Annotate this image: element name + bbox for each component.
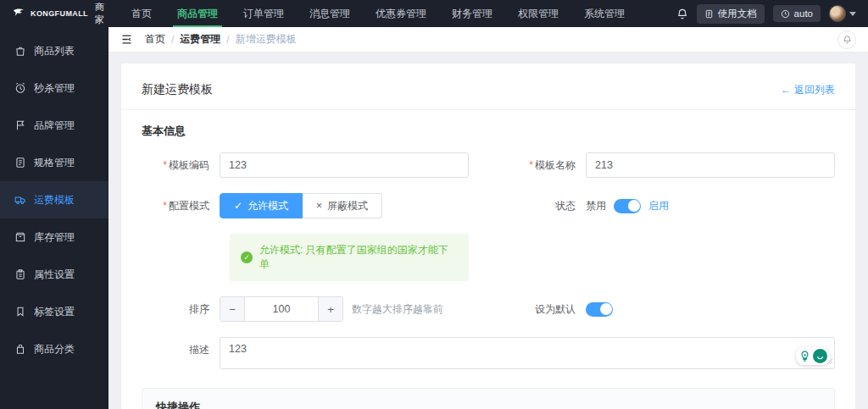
brand-name: KONGFUMALL bbox=[31, 9, 88, 18]
template-name-label: *模板名称 bbox=[508, 158, 586, 173]
bell-icon[interactable] bbox=[676, 8, 688, 19]
brand-icon bbox=[12, 7, 25, 20]
field-template-code: *模板编码 bbox=[142, 152, 469, 178]
bookmark-icon bbox=[14, 306, 26, 318]
sidebar-item-label: 标签设置 bbox=[34, 305, 75, 319]
status-off-label: 禁用 bbox=[586, 199, 606, 213]
menu-fold-icon[interactable] bbox=[120, 33, 133, 46]
template-code-input[interactable] bbox=[220, 152, 469, 178]
field-status: 状态 禁用 启用 bbox=[508, 193, 835, 218]
status-toggle[interactable] bbox=[614, 199, 641, 213]
field-config-mode: *配置模式 ✓ 允许模式 × 屏蔽模式 bbox=[142, 193, 469, 218]
topnav-item-coupons[interactable]: 优惠券管理 bbox=[363, 0, 439, 27]
assistant-icon[interactable] bbox=[813, 349, 827, 363]
sidebar-item-label: 库存管理 bbox=[34, 230, 75, 245]
sidebar-item-label: 品牌管理 bbox=[34, 119, 75, 133]
clipboard-icon bbox=[14, 268, 26, 280]
increment-button[interactable]: + bbox=[319, 297, 342, 321]
topnav-item-finance[interactable]: 财务管理 bbox=[439, 0, 505, 27]
success-check-icon: ✓ bbox=[241, 251, 253, 263]
alarm-clock-icon bbox=[14, 82, 26, 94]
breadcrumb-home[interactable]: 首页 bbox=[145, 32, 165, 47]
document-icon bbox=[14, 157, 26, 169]
field-template-name: *模板名称 bbox=[508, 152, 835, 178]
lightbulb-icon[interactable] bbox=[798, 350, 811, 362]
handbag-icon bbox=[14, 343, 26, 355]
auto-timer-button[interactable]: auto bbox=[773, 5, 821, 22]
topnav-item-permissions[interactable]: 权限管理 bbox=[505, 0, 571, 27]
topnav-item-products[interactable]: 商品管理 bbox=[164, 0, 231, 27]
sidebar-item-inventory[interactable]: 库存管理 bbox=[0, 218, 108, 256]
breadcrumb-bar: 首页 / 运费管理 / 新增运费模板 bbox=[108, 27, 868, 53]
check-icon: ✓ bbox=[234, 200, 242, 212]
top-bar: KONGFUMALL 商家 首页 商品管理 订单管理 消息管理 优惠券管理 财务… bbox=[0, 0, 868, 27]
brand-suffix: 商家 bbox=[95, 1, 108, 26]
status-on-label: 启用 bbox=[648, 199, 669, 213]
breadcrumb-separator: / bbox=[226, 34, 229, 46]
resize-handle[interactable] bbox=[826, 356, 833, 368]
sort-stepper: − 100 + bbox=[220, 296, 343, 322]
sidebar: 商品列表 秒杀管理 品牌管理 规格管理 运费模板 库存管理 属性设置 标签设置 … bbox=[0, 27, 108, 409]
notification-bell-button[interactable] bbox=[837, 30, 856, 49]
page-title: 新建运费模板 bbox=[142, 82, 213, 97]
avatar bbox=[829, 5, 846, 22]
divider bbox=[121, 109, 855, 110]
description-textarea[interactable]: 123 bbox=[220, 337, 835, 369]
sidebar-item-attributes[interactable]: 属性设置 bbox=[0, 256, 108, 293]
cross-icon: × bbox=[316, 200, 322, 212]
template-code-label: *模板编码 bbox=[142, 158, 220, 173]
block-mode-label: 屏蔽模式 bbox=[327, 199, 368, 213]
basic-info-form: *模板编码 *模板名称 *配置模式 ✓ 允许模式 bbox=[142, 152, 835, 369]
sidebar-item-tags[interactable]: 标签设置 bbox=[0, 293, 108, 330]
decrement-button[interactable]: − bbox=[220, 297, 244, 321]
box-icon bbox=[14, 231, 26, 243]
topnav-item-home[interactable]: 首页 bbox=[119, 0, 164, 27]
sidebar-item-shipping-template[interactable]: 运费模板 bbox=[0, 181, 108, 218]
auto-button-label: auto bbox=[794, 8, 813, 19]
field-sort: 排序 − 100 + 数字越大排序越靠前 bbox=[142, 296, 469, 322]
topnav-item-orders[interactable]: 订单管理 bbox=[231, 0, 297, 27]
breadcrumb-shipping[interactable]: 运费管理 bbox=[180, 32, 220, 47]
top-nav: 首页 商品管理 订单管理 消息管理 优惠券管理 财务管理 权限管理 系统管理 bbox=[119, 0, 637, 27]
sidebar-item-brands[interactable]: 品牌管理 bbox=[0, 107, 108, 144]
sort-label: 排序 bbox=[142, 302, 220, 317]
field-set-default: 设为默认 bbox=[508, 296, 835, 322]
form-card: 新建运费模板 ← 返回列表 基本信息 *模板编码 *模板名称 bbox=[121, 64, 855, 409]
brand-logo-area[interactable]: KONGFUMALL 商家 bbox=[0, 0, 108, 27]
quick-actions-panel: 快捷操作 从Excel导入 下载导入模板 i 可下载模板填写数据后导入，自动解析… bbox=[142, 388, 835, 409]
allow-mode-alert: ✓ 允许模式: 只有配置了国家组的国家才能下单 bbox=[230, 234, 469, 281]
sidebar-item-label: 商品列表 bbox=[34, 44, 75, 58]
topnav-item-messages[interactable]: 消息管理 bbox=[297, 0, 363, 27]
topnav-item-system[interactable]: 系统管理 bbox=[571, 0, 637, 27]
set-default-toggle[interactable] bbox=[586, 302, 613, 317]
status-label: 状态 bbox=[508, 199, 586, 213]
back-arrow-icon: ← bbox=[781, 84, 791, 96]
breadcrumb: 首页 / 运费管理 / 新增运费模板 bbox=[145, 32, 297, 47]
breadcrumb-separator: / bbox=[171, 34, 174, 46]
bag-icon bbox=[14, 45, 26, 57]
config-mode-label: *配置模式 bbox=[142, 199, 220, 213]
config-mode-group: ✓ 允许模式 × 屏蔽模式 bbox=[220, 193, 382, 218]
quick-actions-title: 快捷操作 bbox=[156, 400, 821, 409]
flag-icon bbox=[14, 119, 26, 131]
description-label: 描述 bbox=[142, 337, 220, 357]
field-description: 描述 123 bbox=[142, 337, 835, 369]
mode-alert-cell: ✓ 允许模式: 只有配置了国家组的国家才能下单 bbox=[230, 234, 469, 281]
chevron-down-icon bbox=[849, 12, 856, 16]
sidebar-item-label: 属性设置 bbox=[34, 268, 75, 282]
user-menu[interactable] bbox=[829, 5, 856, 22]
allow-mode-button[interactable]: ✓ 允许模式 bbox=[220, 193, 303, 218]
sort-value[interactable]: 100 bbox=[244, 297, 319, 321]
block-mode-button[interactable]: × 屏蔽模式 bbox=[303, 193, 382, 218]
sidebar-item-categories[interactable]: 商品分类 bbox=[0, 330, 108, 368]
truck-icon bbox=[14, 194, 26, 206]
back-to-list-link[interactable]: ← 返回列表 bbox=[781, 83, 835, 97]
template-name-input[interactable] bbox=[586, 152, 835, 178]
breadcrumb-current: 新增运费模板 bbox=[236, 32, 297, 47]
sidebar-item-label: 运费模板 bbox=[34, 193, 75, 207]
doc-button[interactable]: 使用文档 bbox=[697, 4, 765, 24]
sidebar-item-label: 规格管理 bbox=[34, 156, 75, 170]
sidebar-item-product-list[interactable]: 商品列表 bbox=[0, 32, 108, 69]
sidebar-item-flash-sale[interactable]: 秒杀管理 bbox=[0, 69, 108, 107]
sidebar-item-specs[interactable]: 规格管理 bbox=[0, 144, 108, 181]
